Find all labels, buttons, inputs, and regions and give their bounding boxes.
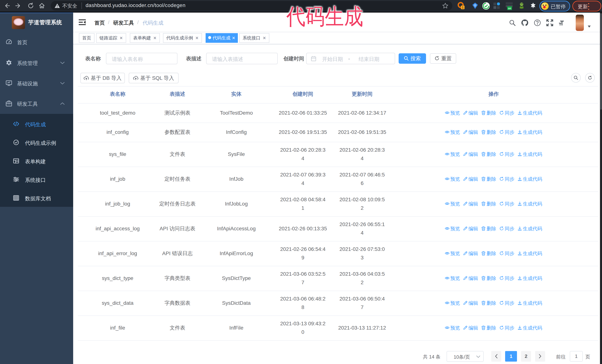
svg-text:on: on <box>508 7 511 10</box>
svg-text:1: 1 <box>462 6 464 9</box>
